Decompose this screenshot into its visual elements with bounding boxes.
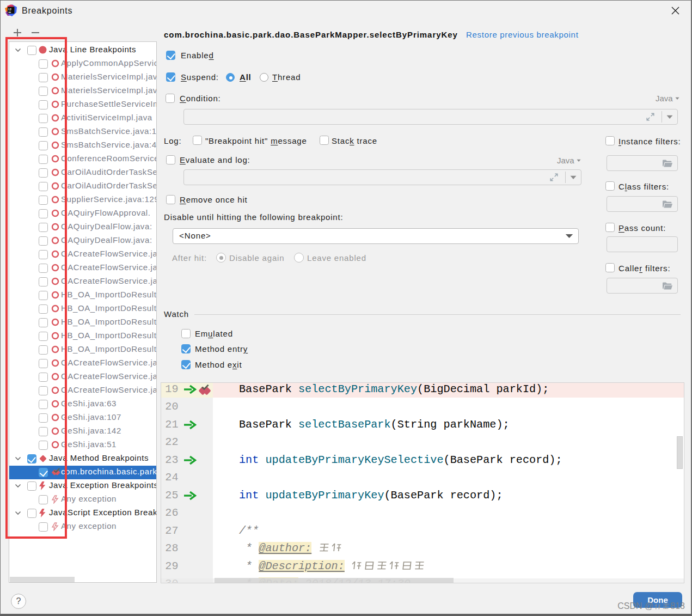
svg-text:IJ: IJ [9, 8, 12, 11]
